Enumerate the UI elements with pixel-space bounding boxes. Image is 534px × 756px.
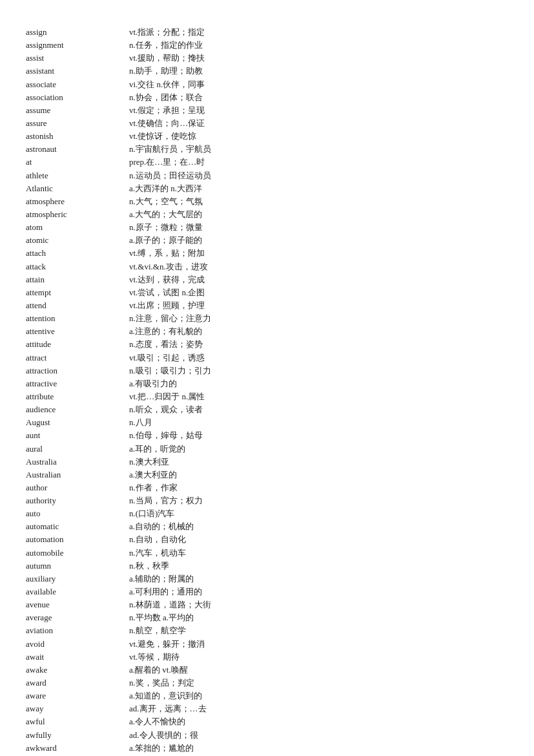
vocab-definition: vt.达到，获得，完成: [129, 273, 508, 286]
vocab-definition: n.态度，看法；姿势: [129, 338, 508, 351]
vocab-word: audience: [26, 403, 129, 416]
vocab-definition: n.听众，观众，读者: [129, 403, 508, 416]
table-row: auxiliarya.辅助的；附属的: [26, 572, 508, 585]
vocab-definition: vi.交往 n.伙伴，同事: [129, 78, 508, 91]
table-row: Australian.澳大利亚: [26, 456, 508, 468]
table-row: assurevt.使确信；向…保证: [26, 117, 508, 130]
vocab-definition: a.大气的；大气层的: [129, 208, 508, 221]
vocab-definition: a.笨拙的；尴尬的: [129, 742, 508, 755]
vocab-word: atmospheric: [26, 208, 129, 221]
table-row: attituden.态度，看法；姿势: [26, 338, 508, 351]
vocab-definition: a.可利用的；通用的: [129, 585, 508, 598]
table-row: automobilen.汽车，机动车: [26, 547, 508, 560]
table-row: authorityn.当局，官方；权力: [26, 494, 508, 507]
table-row: averagen.平均数 a.平均的: [26, 611, 508, 624]
vocab-word: August: [26, 416, 129, 429]
vocab-word: attend: [26, 299, 129, 312]
vocab-definition: a.有吸引力的: [129, 377, 508, 390]
vocab-word: assign: [26, 26, 129, 39]
table-row: astronautn.宇宙航行员，宇航员: [26, 143, 508, 156]
vocab-word: away: [26, 702, 129, 715]
table-row: attentionn.注意，留心；注意力: [26, 312, 508, 325]
table-row: Atlantica.大西洋的 n.大西洋: [26, 182, 508, 195]
table-row: assistantn.助手，助理；助教: [26, 65, 508, 78]
vocab-definition: vt.援助，帮助；搀扶: [129, 52, 508, 65]
vocab-word: astonish: [26, 130, 129, 143]
vocab-word: attraction: [26, 364, 129, 377]
vocab-definition: n.协会，团体；联合: [129, 91, 508, 104]
vocab-definition: vt.等候，期待: [129, 651, 508, 664]
vocab-definition: vt.指派；分配；指定: [129, 26, 508, 39]
vocab-definition: n.(口语)汽车: [129, 507, 508, 520]
vocab-word: awake: [26, 664, 129, 677]
vocab-word: awful: [26, 715, 129, 728]
vocab-word: avoid: [26, 638, 129, 651]
vocab-definition: vt.缚，系，贴；附加: [129, 247, 508, 260]
vocab-definition: n.伯母，婶母，姑母: [129, 429, 508, 442]
vocab-word: attract: [26, 352, 129, 364]
vocab-word: autumn: [26, 560, 129, 572]
vocab-word: attain: [26, 273, 129, 286]
vocab-word: assignment: [26, 39, 129, 52]
vocab-word: auxiliary: [26, 572, 129, 585]
table-row: Australiana.澳大利亚的: [26, 468, 508, 481]
vocab-definition: vt.避免，躲开；撤消: [129, 638, 508, 651]
vocab-word: assistant: [26, 65, 129, 78]
vocab-word: athlete: [26, 169, 129, 182]
table-row: atomica.原子的；原子能的: [26, 234, 508, 247]
vocab-word: authority: [26, 494, 129, 507]
vocab-word: astronaut: [26, 143, 129, 156]
vocab-word: aural: [26, 443, 129, 456]
vocab-definition: a.耳的，听觉的: [129, 443, 508, 456]
vocab-definition: n.宇宙航行员，宇航员: [129, 143, 508, 156]
vocab-word: associate: [26, 78, 129, 91]
table-row: attractionn.吸引；吸引力；引力: [26, 364, 508, 377]
vocab-word: auto: [26, 507, 129, 520]
vocab-word: attention: [26, 312, 129, 325]
vocab-word: attitude: [26, 338, 129, 351]
vocab-word: at: [26, 156, 129, 169]
vocab-word: Atlantic: [26, 182, 129, 195]
vocab-definition: vt.使确信；向…保证: [129, 117, 508, 130]
table-row: attractvt.吸引；引起，诱惑: [26, 352, 508, 364]
table-row: autumnn.秋，秋季: [26, 560, 508, 572]
table-row: avoidvt.避免，躲开；撤消: [26, 638, 508, 651]
vocab-definition: n.吸引；吸引力；引力: [129, 364, 508, 377]
table-row: availablea.可利用的；通用的: [26, 585, 508, 598]
table-row: aurala.耳的，听觉的: [26, 443, 508, 456]
vocab-word: atomic: [26, 234, 129, 247]
vocab-word: attractive: [26, 377, 129, 390]
vocab-word: attack: [26, 260, 129, 273]
table-row: atprep.在…里；在…时: [26, 156, 508, 169]
table-row: awarea.知道的，意识到的: [26, 689, 508, 702]
table-row: auton.(口语)汽车: [26, 507, 508, 520]
vocab-word: assure: [26, 117, 129, 130]
table-row: attractivea.有吸引力的: [26, 377, 508, 390]
table-row: attentivea.注意的；有礼貌的: [26, 325, 508, 338]
vocab-word: assist: [26, 52, 129, 65]
table-row: attendvt.出席；照顾，护理: [26, 299, 508, 312]
vocab-definition: vt.假定；承担；呈现: [129, 104, 508, 117]
table-row: assignvt.指派；分配；指定: [26, 26, 508, 39]
vocab-definition: n.当局，官方；权力: [129, 494, 508, 507]
table-row: auntn.伯母，婶母，姑母: [26, 429, 508, 442]
vocab-definition: a.辅助的；附属的: [129, 572, 508, 585]
vocab-word: atmosphere: [26, 195, 129, 208]
table-row: attemptvt.尝试，试图 n.企图: [26, 286, 508, 299]
vocab-definition: vt.把…归因于 n.属性: [129, 390, 508, 403]
table-row: attackvt.&vi.&n.攻击，进攻: [26, 260, 508, 273]
vocab-definition: n.原子；微粒；微量: [129, 221, 508, 234]
vocab-definition: vt.吸引；引起，诱惑: [129, 352, 508, 364]
vocab-definition: n.自动，自动化: [129, 533, 508, 546]
table-row: authorn.作者，作家: [26, 481, 508, 494]
vocab-word: attempt: [26, 286, 129, 299]
vocab-definition: n.航空，航空学: [129, 624, 508, 637]
table-row: attachvt.缚，系，贴；附加: [26, 247, 508, 260]
table-row: Augustn.八月: [26, 416, 508, 429]
table-row: atmospherica.大气的；大气层的: [26, 208, 508, 221]
vocab-word: Australia: [26, 456, 129, 468]
vocab-word: awfully: [26, 729, 129, 742]
table-row: associatevi.交往 n.伙伴，同事: [26, 78, 508, 91]
vocab-definition: n.奖，奖品；判定: [129, 677, 508, 689]
table-row: atmospheren.大气；空气；气氛: [26, 195, 508, 208]
